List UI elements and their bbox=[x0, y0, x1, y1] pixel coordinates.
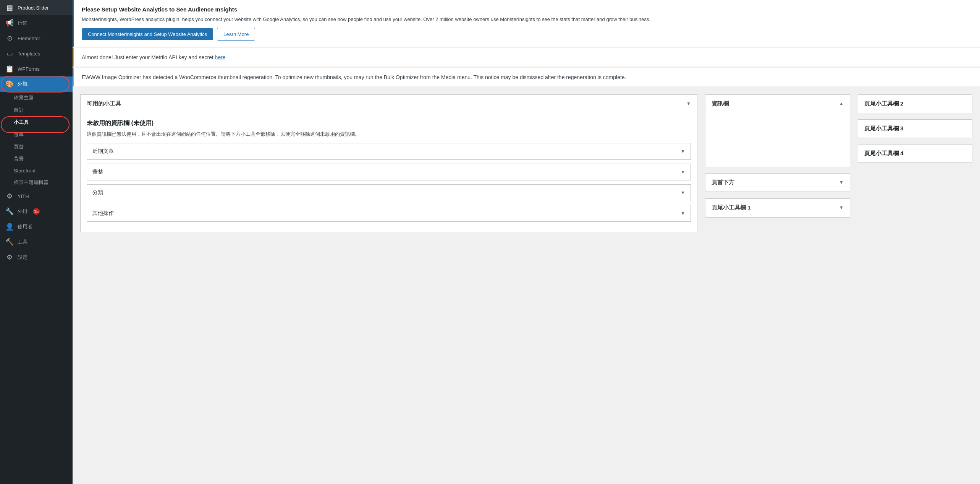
ewww-notice: EWWW Image Optimizer has detected a WooC… bbox=[73, 68, 980, 86]
footer-widget-1-chevron: ▼ bbox=[839, 205, 844, 210]
connect-monsterinsights-button[interactable]: Connect MonsterInsights and Setup Websit… bbox=[82, 28, 213, 40]
sidebar-subitem-customize[interactable]: 自訂 bbox=[0, 104, 73, 116]
ewww-text: EWWW Image Optimizer has detected a WooC… bbox=[82, 74, 626, 80]
analytics-title: Please Setup Website Analytics to See Au… bbox=[82, 6, 972, 13]
sidebar-subitem-menus[interactable]: 選單 bbox=[0, 128, 73, 141]
learn-more-button[interactable]: Learn More bbox=[217, 28, 255, 41]
sidebar-item-tools[interactable]: 🔨 工具 bbox=[0, 234, 73, 250]
inactive-text: 這個資訊欄已無法使用，且不會出現在這個網站的任何位置。請將下方小工具全部移除，以… bbox=[87, 130, 691, 138]
sidebar-subitem-homepage[interactable]: 頁首 bbox=[0, 141, 73, 153]
product-slider-icon: ▤ bbox=[5, 3, 14, 12]
analytics-actions: Connect MonsterInsights and Setup Websit… bbox=[82, 28, 972, 41]
available-widgets-panel: 可用的小工具 ▼ 未啟用的資訊欄 (未使用) 這個資訊欄已無法使用，且不會出現在… bbox=[80, 94, 697, 232]
inactive-notice: 未啟用的資訊欄 (未使用) 這個資訊欄已無法使用，且不會出現在這個網站的任何位置… bbox=[87, 119, 691, 138]
widget-item-recent-posts[interactable]: 近期文章 ▼ bbox=[87, 143, 691, 160]
header-below-panel: 頁首下方 ▼ bbox=[705, 173, 850, 192]
sidebar-panel-body bbox=[705, 113, 850, 167]
sidebar-item-plugins[interactable]: 🔧 外掛 15 bbox=[0, 204, 73, 219]
sidebar-item-templates[interactable]: ▭ Templates bbox=[0, 46, 73, 61]
widget-meta-label: 其他操作 bbox=[92, 210, 114, 217]
sidebar-panel-chevron: ▲ bbox=[839, 101, 844, 106]
yith-icon: ⚙ bbox=[5, 192, 14, 200]
footer-widget-3-label: 頁尾小工具欄 3 bbox=[864, 125, 904, 132]
available-widgets-label: 可用的小工具 bbox=[87, 100, 121, 107]
sidebar-panel-label: 資訊欄 bbox=[712, 100, 729, 107]
footer-widget-1-label: 頁尾小工具欄 1 bbox=[712, 204, 751, 211]
widget-archives-chevron: ▼ bbox=[681, 169, 685, 175]
templates-icon: ▭ bbox=[5, 49, 14, 58]
header-below-header[interactable]: 頁首下方 ▼ bbox=[705, 174, 850, 192]
available-widgets-header[interactable]: 可用的小工具 ▼ bbox=[81, 95, 697, 113]
widget-item-meta[interactable]: 其他操作 ▼ bbox=[87, 205, 691, 222]
analytics-text: MonsterInsights, WordPress analytics plu… bbox=[82, 16, 972, 23]
tools-icon: 🔨 bbox=[5, 238, 14, 246]
available-widgets-column: 可用的小工具 ▼ 未啟用的資訊欄 (未使用) 這個資訊欄已無法使用，且不會出現在… bbox=[80, 94, 697, 239]
sidebar-item-yith[interactable]: ⚙ YITH bbox=[0, 188, 73, 204]
sidebar-subitem-themes[interactable]: 佈景主題 bbox=[0, 92, 73, 104]
sidebar-item-marketing[interactable]: 📢 行銷 bbox=[0, 15, 73, 31]
widget-categories-chevron: ▼ bbox=[681, 190, 685, 195]
sidebar-widgets-column: 資訊欄 ▲ 頁首下方 ▼ 頁尾小工具欄 1 ▼ bbox=[705, 94, 850, 224]
footer-widget-2-label: 頁尾小工具欄 2 bbox=[864, 100, 904, 107]
metrilo-link[interactable]: here bbox=[215, 54, 226, 60]
elementor-icon: ⊙ bbox=[5, 34, 14, 42]
widgets-area: 可用的小工具 ▼ 未啟用的資訊欄 (未使用) 這個資訊欄已無法使用，且不會出現在… bbox=[73, 87, 980, 246]
extra-panels-column: 頁尾小工具欄 2 頁尾小工具欄 3 頁尾小工具欄 4 bbox=[858, 94, 972, 163]
widget-categories-label: 分類 bbox=[92, 189, 103, 196]
footer-widget-4-panel: 頁尾小工具欄 4 bbox=[858, 144, 972, 163]
available-widgets-chevron: ▼ bbox=[686, 101, 691, 106]
app-layout: ▤ Product Slider 📢 行銷 ⊙ Elementor ▭ Temp… bbox=[0, 0, 980, 484]
sidebar-panel-header[interactable]: 資訊欄 ▲ bbox=[705, 95, 850, 113]
header-below-chevron: ▼ bbox=[839, 180, 844, 185]
analytics-notice: Please Setup Website Analytics to See Au… bbox=[73, 0, 980, 47]
users-icon: 👤 bbox=[5, 223, 14, 231]
sidebar-item-elementor[interactable]: ⊙ Elementor bbox=[0, 31, 73, 46]
sidebar-item-wpforms[interactable]: 📋 WPForms bbox=[0, 61, 73, 76]
main-content: Please Setup Website Analytics to See Au… bbox=[73, 0, 980, 484]
sidebar-subitem-widgets[interactable]: 小工具 bbox=[0, 116, 73, 128]
sidebar-item-users[interactable]: 👤 使用者 bbox=[0, 219, 73, 234]
sidebar-subitem-background[interactable]: 背景 bbox=[0, 153, 73, 165]
widget-item-archives[interactable]: 彙整 ▼ bbox=[87, 164, 691, 180]
sidebar-item-appearance[interactable]: 🎨 外觀 bbox=[0, 76, 73, 92]
footer-widget-1-header[interactable]: 頁尾小工具欄 1 ▼ bbox=[705, 199, 850, 217]
widget-archives-label: 彙整 bbox=[92, 169, 103, 175]
available-widgets-body: 未啟用的資訊欄 (未使用) 這個資訊欄已無法使用，且不會出現在這個網站的任何位置… bbox=[81, 113, 697, 232]
widget-meta-chevron: ▼ bbox=[681, 211, 685, 216]
header-below-label: 頁首下方 bbox=[712, 179, 734, 186]
widget-recent-posts-chevron: ▼ bbox=[681, 149, 685, 154]
sidebar-panel: 資訊欄 ▲ bbox=[705, 94, 850, 167]
wpforms-icon: 📋 bbox=[5, 65, 14, 73]
footer-widget-3-panel: 頁尾小工具欄 3 bbox=[858, 119, 972, 138]
widgets-subitem-wrapper: 小工具 bbox=[0, 116, 73, 128]
sidebar: ▤ Product Slider 📢 行銷 ⊙ Elementor ▭ Temp… bbox=[0, 0, 73, 484]
widget-recent-posts-label: 近期文章 bbox=[92, 148, 114, 155]
metrilo-text: Almost done! Just enter your Metrilo API… bbox=[82, 54, 215, 60]
metrilo-notice: Almost done! Just enter your Metrilo API… bbox=[73, 48, 980, 67]
plugins-badge: 15 bbox=[33, 208, 40, 215]
sidebar-subitem-theme-editor[interactable]: 佈景主題編輯器 bbox=[0, 176, 73, 188]
footer-widget-2-panel: 頁尾小工具欄 2 bbox=[858, 94, 972, 113]
footer-widget-4-label: 頁尾小工具欄 4 bbox=[864, 150, 904, 156]
sidebar-item-settings[interactable]: ⚙ 設定 bbox=[0, 250, 73, 265]
appearance-submenu: 佈景主題 自訂 小工具 選單 頁首 背景 Storefron bbox=[0, 92, 73, 188]
widget-item-categories[interactable]: 分類 ▼ bbox=[87, 184, 691, 201]
marketing-icon: 📢 bbox=[5, 19, 14, 27]
footer-widget-1-panel: 頁尾小工具欄 1 ▼ bbox=[705, 198, 850, 218]
appearance-icon: 🎨 bbox=[5, 80, 14, 88]
sidebar-subitem-storefront[interactable]: Storefront bbox=[0, 165, 73, 176]
appearance-group: 🎨 外觀 bbox=[0, 76, 73, 92]
plugins-icon: 🔧 bbox=[5, 207, 14, 216]
inactive-title: 未啟用的資訊欄 (未使用) bbox=[87, 119, 691, 127]
settings-icon: ⚙ bbox=[5, 253, 14, 261]
sidebar-item-product-slider[interactable]: ▤ Product Slider bbox=[0, 0, 73, 15]
